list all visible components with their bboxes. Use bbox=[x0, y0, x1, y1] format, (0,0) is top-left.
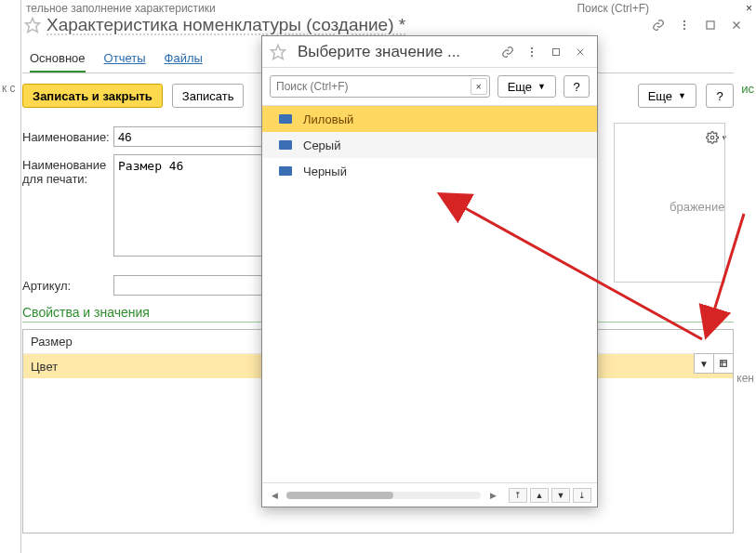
help-button[interactable]: ? bbox=[706, 84, 734, 108]
scroll-thumb[interactable] bbox=[286, 492, 393, 499]
tab-main[interactable]: Основное bbox=[30, 51, 86, 72]
value-open-button[interactable] bbox=[713, 353, 734, 374]
bg-fragment-1: тельное заполнение характеристики bbox=[26, 2, 216, 15]
favorite-star-icon[interactable] bbox=[24, 17, 41, 33]
bg-fragment-x: × bbox=[746, 2, 752, 15]
nav-up-icon[interactable]: ▲ bbox=[530, 488, 549, 503]
svg-marker-0 bbox=[26, 19, 40, 33]
list-bullet-icon bbox=[279, 140, 292, 150]
popup-close-icon[interactable] bbox=[571, 43, 590, 61]
popup-item-label: Серый bbox=[303, 138, 340, 152]
nav-first-icon[interactable]: ⤒ bbox=[509, 488, 527, 503]
popup-link-icon[interactable] bbox=[498, 43, 517, 61]
svg-point-1 bbox=[683, 20, 685, 22]
save-button[interactable]: Записать bbox=[172, 84, 245, 108]
bg-fragment-gray: кен bbox=[736, 372, 754, 385]
scroll-right-icon[interactable]: ▶ bbox=[486, 489, 499, 502]
popup-item-black[interactable]: Черный bbox=[262, 158, 597, 184]
select-value-popup: Выберите значение ... × Еще▼ ? Лиловый С… bbox=[261, 35, 598, 507]
bg-fragment-green: ис bbox=[741, 82, 754, 96]
sku-label: Артикул: bbox=[22, 275, 113, 293]
nav-last-icon[interactable]: ⤓ bbox=[573, 488, 591, 503]
chevron-down-icon: ▼ bbox=[678, 91, 686, 100]
link-icon[interactable] bbox=[648, 15, 669, 35]
svg-point-10 bbox=[531, 46, 533, 48]
bg-fragment-search: Поиск (Ctrl+F) bbox=[577, 2, 649, 15]
tab-reports[interactable]: Отчеты bbox=[104, 51, 146, 72]
svg-rect-13 bbox=[553, 48, 560, 55]
svg-point-2 bbox=[683, 24, 685, 26]
list-bullet-icon bbox=[279, 114, 292, 124]
svg-point-3 bbox=[683, 28, 685, 30]
popup-title: Выберите значение ... bbox=[298, 43, 460, 61]
save-and-close-button[interactable]: Записать и закрыть bbox=[22, 84, 163, 108]
image-placeholder-box bbox=[614, 123, 725, 283]
svg-rect-4 bbox=[707, 21, 714, 29]
popup-item-label: Лиловый bbox=[303, 112, 353, 126]
svg-point-11 bbox=[531, 50, 533, 52]
nav-down-icon[interactable]: ▼ bbox=[551, 488, 570, 503]
popup-maximize-icon[interactable] bbox=[547, 43, 565, 61]
popup-kebab-icon[interactable] bbox=[523, 43, 541, 61]
print-name-label: Наименование для печати: bbox=[22, 154, 113, 186]
section-properties-title: Свойства и значения bbox=[22, 305, 150, 320]
name-label: Наименование: bbox=[22, 126, 113, 144]
tab-files[interactable]: Файлы bbox=[165, 51, 203, 72]
svg-rect-8 bbox=[721, 361, 727, 367]
popup-item-gray[interactable]: Серый bbox=[262, 132, 597, 158]
window-title: Характеристика номенклатуры (создание) * bbox=[46, 15, 405, 35]
value-dropdown-button[interactable]: ▼ bbox=[694, 353, 714, 374]
popup-item-label: Черный bbox=[303, 165, 347, 178]
popup-search-input[interactable] bbox=[270, 75, 490, 98]
close-icon[interactable] bbox=[726, 15, 747, 35]
left-border bbox=[20, 0, 21, 553]
popup-help-button[interactable]: ? bbox=[564, 75, 590, 98]
more-button[interactable]: Еще▼ bbox=[638, 84, 696, 108]
scroll-left-icon[interactable]: ◀ bbox=[268, 489, 281, 502]
bg-fragment-2: к с bbox=[2, 82, 16, 95]
scroll-track[interactable] bbox=[286, 492, 481, 499]
list-bullet-icon bbox=[279, 166, 292, 176]
chevron-down-icon: ▼ bbox=[537, 82, 546, 91]
popup-more-button[interactable]: Еще▼ bbox=[497, 75, 556, 98]
popup-search-clear-icon[interactable]: × bbox=[471, 78, 487, 95]
popup-item-lilac[interactable]: Лиловый bbox=[262, 106, 597, 132]
kebab-menu-icon[interactable] bbox=[674, 15, 695, 35]
popup-favorite-star-icon[interactable] bbox=[270, 44, 286, 60]
svg-point-12 bbox=[531, 54, 533, 56]
maximize-icon[interactable] bbox=[700, 15, 721, 35]
svg-marker-9 bbox=[272, 45, 285, 59]
